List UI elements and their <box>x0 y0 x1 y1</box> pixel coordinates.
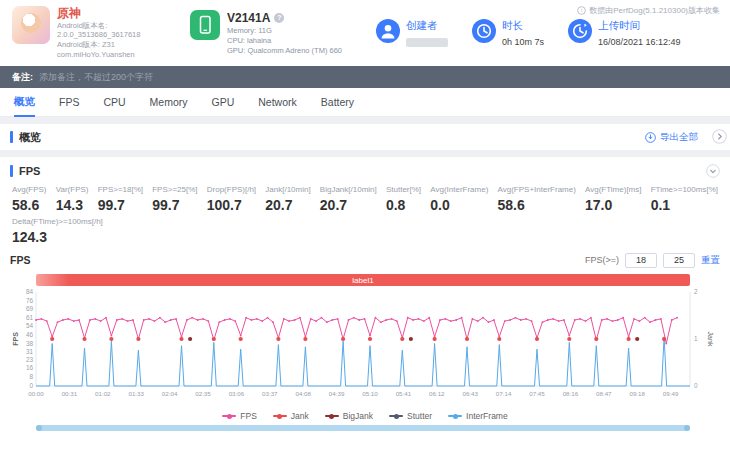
svg-text:Jank: Jank <box>707 332 714 347</box>
source-note-text: 数据由PerfDog(5.1.210300)版本收集 <box>589 5 720 16</box>
fps-threshold-label: FPS(>=) <box>585 255 619 265</box>
note-bar[interactable]: 备注: 添加备注，不超过200个字符 <box>0 66 730 88</box>
svg-text:07:45: 07:45 <box>529 390 545 397</box>
svg-text:02:04: 02:04 <box>162 390 178 397</box>
metric-BigJank[/10min]: BigJank[/10min]20.7 <box>320 185 377 213</box>
app-android-version: Android版本: Z31 <box>57 40 140 50</box>
svg-text:1: 1 <box>694 335 698 342</box>
metric-FTime>=100ms[%]: FTime>=100ms[%]0.1 <box>651 185 718 213</box>
fps-threshold-input-2[interactable] <box>663 253 695 268</box>
legend-item-BigJank[interactable]: BigJank <box>325 411 373 421</box>
tab-FPS[interactable]: FPS <box>59 89 79 116</box>
svg-text:54: 54 <box>26 322 34 329</box>
svg-text:0: 0 <box>694 382 698 389</box>
label-band-text: label1 <box>352 276 373 285</box>
metric-Var(FPS): Var(FPS)14.3 <box>56 185 89 213</box>
svg-text:76: 76 <box>26 297 34 304</box>
svg-text:05:41: 05:41 <box>396 390 412 397</box>
svg-text:08:47: 08:47 <box>596 390 612 397</box>
svg-text:69: 69 <box>26 305 34 312</box>
section-accent-bar <box>10 131 13 143</box>
device-info-block: V2141A ? Memory: 11G CPU: lahaina GPU: Q… <box>190 10 376 57</box>
panel-edge-collapse-button[interactable] <box>712 129 727 148</box>
svg-text:06:12: 06:12 <box>429 390 445 397</box>
device-model: V2141A <box>227 10 270 26</box>
upload-time-value: 16/08/2021 16:12:49 <box>598 37 681 47</box>
metric-Drop(FPS)[/h]: Drop(FPS)[/h]100.7 <box>207 185 256 213</box>
svg-text:61: 61 <box>26 314 34 321</box>
tab-GPU[interactable]: GPU <box>212 89 235 116</box>
fps-section-title: FPS <box>19 165 40 177</box>
legend-item-Stutter[interactable]: Stutter <box>389 411 432 421</box>
fps-chart-title: FPS <box>10 254 30 266</box>
svg-text:16: 16 <box>26 364 34 371</box>
device-gpu: GPU: Qualcomm Adreno (TM) 660 <box>227 46 342 56</box>
duration-label: 时长 <box>502 19 544 32</box>
app-version-value: 2.0.0_3513686_3617618 <box>57 30 140 40</box>
app-icon <box>12 6 50 44</box>
metric-FPS>=18[%]: FPS>=18[%]99.7 <box>98 185 143 213</box>
svg-text:06:43: 06:43 <box>462 390 478 397</box>
svg-text:09:49: 09:49 <box>663 390 679 397</box>
legend-item-Jank[interactable]: Jank <box>273 411 309 421</box>
svg-text:03:37: 03:37 <box>262 390 278 397</box>
tab-概览[interactable]: 概览 <box>14 88 35 117</box>
help-icon[interactable]: ? <box>274 13 284 23</box>
svg-text:31: 31 <box>26 348 34 355</box>
fps-threshold-input-1[interactable] <box>625 253 657 268</box>
chart-horizontal-scrollbar[interactable] <box>36 425 690 431</box>
export-all-label: 导出全部 <box>660 131 698 144</box>
metric-Avg(FTime)[ms]: Avg(FTime)[ms]17.0 <box>585 185 641 213</box>
metrics-row-1: Avg(FPS)58.6Var(FPS)14.3FPS>=18[%]99.7FP… <box>10 185 720 213</box>
fps-line-chart[interactable]: 8476696154463831231680210FPSJank00:0000:… <box>10 288 716 410</box>
svg-text:23: 23 <box>26 356 34 363</box>
app-version-label: Android版本名: <box>57 21 140 31</box>
tab-Memory[interactable]: Memory <box>150 89 188 116</box>
metrics-row-2: Delta(FTime)>=100ms[/h]124.3 <box>10 217 720 245</box>
device-memory: Memory: 11G <box>227 26 342 36</box>
duration-value: 0h 10m 7s <box>502 37 544 47</box>
legend-item-FPS[interactable]: FPS <box>222 411 257 421</box>
svg-text:04:08: 04:08 <box>295 390 311 397</box>
chevron-down-icon <box>706 164 720 178</box>
svg-text:04:39: 04:39 <box>329 390 345 397</box>
fps-collapse-button[interactable] <box>706 164 720 178</box>
chart-legend: FPSJankBigJankStutterInterFrame <box>10 410 720 422</box>
svg-text:i: i <box>581 7 582 13</box>
section-accent-bar <box>10 165 13 177</box>
svg-text:2: 2 <box>694 288 698 295</box>
app-name: 原神 <box>57 6 140 20</box>
reset-button[interactable]: 重置 <box>701 254 720 267</box>
svg-text:00:31: 00:31 <box>62 390 78 397</box>
data-source-note: i 数据由PerfDog(5.1.210300)版本收集 <box>577 5 720 16</box>
svg-text:0: 0 <box>29 382 33 389</box>
tab-bar: 概览FPSCPUMemoryGPUNetworkBattery <box>0 88 730 117</box>
metric-Avg(FPS+InterFrame): Avg(FPS+InterFrame)58.6 <box>498 185 576 213</box>
svg-text:09:18: 09:18 <box>629 390 645 397</box>
svg-text:FPS: FPS <box>12 332 19 346</box>
svg-text:03:06: 03:06 <box>229 390 245 397</box>
svg-text:84: 84 <box>26 288 34 295</box>
fps-chart-controls: FPS FPS(>=) 重置 <box>10 251 720 269</box>
chevron-right-icon <box>712 129 727 144</box>
note-label: 备注: <box>12 71 33 84</box>
svg-text:8: 8 <box>29 373 33 380</box>
metric-FPS>=25[%]: FPS>=25[%]99.7 <box>152 185 197 213</box>
tab-Battery[interactable]: Battery <box>321 89 354 116</box>
svg-text:07:14: 07:14 <box>496 390 512 397</box>
legend-item-InterFrame[interactable]: InterFrame <box>448 411 508 421</box>
svg-text:46: 46 <box>26 331 34 338</box>
upload-time-block: 上传时间 16/08/2021 16:12:49 <box>568 19 718 48</box>
tab-Network[interactable]: Network <box>258 89 297 116</box>
info-icon: i <box>577 6 586 15</box>
upload-time-label: 上传时间 <box>598 19 681 32</box>
export-all-button[interactable]: 导出全部 <box>645 131 698 144</box>
export-icon <box>645 132 656 143</box>
svg-text:02:35: 02:35 <box>195 390 211 397</box>
duration-block: 时长 0h 10m 7s <box>472 19 568 48</box>
avatar-icon <box>376 19 400 43</box>
tab-CPU[interactable]: CPU <box>103 89 125 116</box>
svg-text:38: 38 <box>26 340 34 347</box>
metric-Avg(FPS): Avg(FPS)58.6 <box>12 185 47 213</box>
label-band[interactable]: label1 <box>36 274 690 286</box>
